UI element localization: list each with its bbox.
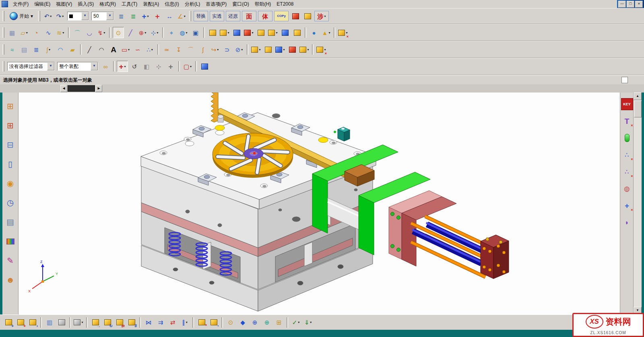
maximize-button[interactable]: □ [627, 1, 634, 8]
history-icon[interactable]: ◷ [4, 196, 17, 210]
model-teal-block[interactable] [334, 127, 350, 141]
toolbar-grip[interactable] [2, 44, 4, 55]
line-tool-icon[interactable]: ╱ [84, 44, 95, 55]
scrollbar-thumb[interactable] [634, 101, 642, 117]
restore-button[interactable]: 还原 [226, 11, 240, 21]
purple-part-icon[interactable]: ◗ [621, 216, 633, 228]
face-button[interactable]: 面 [242, 11, 256, 21]
intersection-curve-icon[interactable]: ⊃ [221, 44, 233, 55]
prompt-resize-handle[interactable] [621, 77, 628, 83]
sketch-point-icon[interactable]: ⊹ ▾ [149, 27, 160, 38]
bounded-plane-icon[interactable]: ▰ [67, 44, 78, 55]
window-list-icon[interactable]: ▥ [44, 317, 55, 328]
key-icon[interactable]: KEY [621, 98, 633, 110]
add-component-icon[interactable]: + [3, 317, 14, 328]
point-set-icon[interactable]: ∴ ▾ [144, 44, 155, 55]
gold-solid-icon[interactable] [302, 10, 313, 22]
toolbar-grip[interactable] [2, 61, 4, 72]
cylinder-primitive-icon[interactable]: ● [308, 27, 320, 38]
toolbar-grip[interactable] [2, 27, 4, 38]
levels-gauge-icon[interactable]: ▯ [4, 157, 17, 171]
check-assembly-icon[interactable]: ✓ ▾ [290, 317, 301, 328]
extrude-icon[interactable] [207, 27, 218, 38]
unite-icon[interactable] [231, 27, 242, 38]
toolbar-grip[interactable] [189, 11, 191, 21]
replace-component-icon[interactable]: ⇄ [114, 317, 125, 328]
wcs-dynamics-icon[interactable]: + ▾ [140, 10, 151, 22]
structure-report-icon[interactable]: ⊞ [273, 317, 285, 328]
sequence-icon[interactable]: ◔ [208, 317, 219, 328]
menu-help[interactable]: 帮助(H) [252, 0, 274, 8]
toolbar-grip[interactable] [2, 11, 4, 21]
menu-edit[interactable]: 编辑(E) [31, 0, 53, 8]
menu-information[interactable]: 信息(I) [162, 0, 182, 8]
chamfer-icon[interactable]: ▾ [267, 27, 279, 38]
menu-preferences[interactable]: 首选项(P) [203, 0, 229, 8]
contacts-icon[interactable]: ☻ [4, 273, 17, 287]
rotate-component-icon[interactable]: ↻ [102, 317, 113, 328]
copy-icon[interactable]: COPy [274, 11, 289, 21]
selection-scope-combo[interactable]: 整个装配 ▼ [57, 62, 98, 71]
vertical-scrollbar[interactable]: ▲ ▼ [633, 92, 642, 314]
synchronous-modeling-icon[interactable]: ▾ × [316, 44, 327, 55]
ruled-surface-icon[interactable]: ▤ [19, 44, 30, 55]
pattern-component-icon[interactable]: # [126, 317, 137, 328]
model-rotary-disc[interactable] [213, 133, 293, 178]
open-component-icon[interactable]: › [27, 317, 38, 328]
wrap-curve-icon[interactable]: ↪ ▾ [209, 44, 221, 55]
translucency-button[interactable]: 实透 [210, 11, 224, 21]
split-body-icon[interactable]: ▾ [299, 44, 310, 55]
drag-handle-icon[interactable]: ⊹ [153, 61, 164, 72]
red-solid-icon[interactable] [290, 10, 301, 22]
layer-settings-icon[interactable]: ≣ [116, 10, 127, 22]
close-button[interactable]: × [635, 1, 643, 8]
body-button[interactable]: 体 [258, 11, 272, 21]
undo-icon[interactable]: ↶ ▾ [42, 10, 54, 22]
arrangements-icon[interactable]: ⇓ ▾ [302, 317, 314, 328]
taper-icon[interactable] [291, 27, 303, 38]
menu-analysis[interactable]: 分析(L) [182, 0, 203, 8]
artistic-spline-icon[interactable]: ∽ [132, 44, 143, 55]
mirror-assembly-icon[interactable]: ⋈ [143, 317, 154, 328]
datum-plane-icon[interactable]: ▱ ▾ [19, 27, 30, 38]
menu-insert[interactable]: 插入(S) [75, 0, 97, 8]
rectangle-tool-icon[interactable]: ▭ ▾ [120, 44, 131, 55]
shell-icon[interactable] [279, 27, 291, 38]
join-curve-icon[interactable]: ∫ [197, 44, 208, 55]
through-curve-mesh-icon[interactable]: ≋ ▾ [55, 27, 66, 38]
part-navigator-icon[interactable]: ⊟ [4, 138, 17, 152]
selection-filter-combo[interactable]: 没有选择过滤器 ▼ [7, 62, 55, 71]
rotate-wcs-icon[interactable]: ↺ [129, 61, 140, 72]
instance-geometry-icon[interactable]: ▾ [250, 44, 262, 55]
boss-tool-icon[interactable]: ◍ ▾ [178, 27, 189, 38]
menu-file[interactable]: 文件(F) [10, 0, 31, 8]
trim-body-icon[interactable] [287, 44, 298, 55]
swept-icon[interactable]: ∫ ▾ [43, 44, 54, 55]
menu-view[interactable]: 视图(V) [53, 0, 75, 8]
helix-tool-icon[interactable]: ↯ ▾ [96, 27, 107, 38]
pane-scroll-thumb[interactable] [68, 85, 95, 92]
chevron-down-icon[interactable]: ▼ [106, 12, 114, 20]
palette-icon[interactable]: ◉ [4, 177, 17, 190]
beaker-icon[interactable]: ◍ [621, 183, 633, 195]
shaded-face-icon[interactable]: ◧ [141, 61, 152, 72]
n-sided-surface-icon[interactable]: ◠ [55, 44, 66, 55]
rectangle-select-icon[interactable]: ▢ ▾ [182, 61, 193, 72]
menu-tools[interactable]: 工具(T) [119, 0, 140, 8]
select-component-icon[interactable]: ▾ [73, 317, 84, 328]
app-icon[interactable] [2, 1, 8, 7]
assembly-rings-icon[interactable]: ∞ [100, 61, 111, 72]
studio-spline-icon[interactable]: ∿ [43, 27, 54, 38]
delete-face-icon[interactable]: ▾ × [337, 27, 349, 38]
menu-window[interactable]: 窗口(O) [229, 0, 252, 8]
she-button[interactable]: 涉 ▾ [314, 11, 329, 21]
clearance-analysis-icon[interactable]: ⊕ [249, 317, 260, 328]
wcs-rotate-icon[interactable]: + [152, 10, 163, 22]
cone-primitive-icon[interactable]: ▲ ▾ [320, 27, 332, 38]
viewport-3d[interactable]: Z X Y [19, 92, 620, 314]
assembly-navigator-icon[interactable]: ⊞ [4, 99, 17, 113]
datum-csys-icon[interactable]: ⌖ [166, 27, 177, 38]
chevron-down-icon[interactable]: ▼ [81, 12, 89, 20]
template-t-icon[interactable]: T × [621, 115, 633, 127]
subtract-icon[interactable]: ▾ [243, 27, 254, 38]
